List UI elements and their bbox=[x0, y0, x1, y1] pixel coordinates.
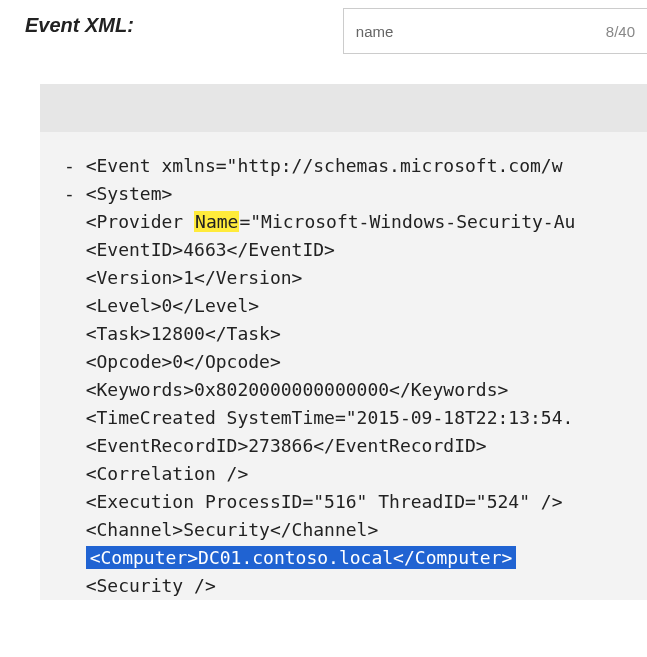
code-line: <Channel>Security</Channel> bbox=[64, 519, 378, 540]
code-line: <Computer>DC01.contoso.local</Computer> bbox=[64, 546, 516, 569]
code-line: <Provider Name="Microsoft-Windows-Securi… bbox=[64, 211, 575, 232]
code-line: <EventRecordID>273866</EventRecordID> bbox=[64, 435, 487, 456]
search-match-counter: 8/40 bbox=[606, 23, 635, 40]
code-line: <Opcode>0</Opcode> bbox=[64, 351, 281, 372]
code-line: - <System> bbox=[64, 183, 172, 204]
search-hit-highlight: Name bbox=[194, 211, 239, 232]
selection-highlight: <Computer>DC01.contoso.local</Computer> bbox=[86, 546, 517, 569]
find-box-container: 8/40 bbox=[343, 8, 647, 54]
code-line: <Execution ProcessID="516" ThreadID="524… bbox=[64, 491, 563, 512]
code-line: - <Event xmlns="http://schemas.microsoft… bbox=[64, 155, 563, 176]
code-line: <Level>0</Level> bbox=[64, 295, 259, 316]
code-line: <EventID>4663</EventID> bbox=[64, 239, 335, 260]
code-line: <Security /> bbox=[64, 575, 216, 596]
code-line: <Correlation /> bbox=[64, 463, 248, 484]
header-bar: Event XML: 8/40 bbox=[0, 0, 647, 54]
code-line: <Task>12800</Task> bbox=[64, 323, 281, 344]
xml-code: - <Event xmlns="http://schemas.microsoft… bbox=[64, 152, 647, 600]
code-line: <Version>1</Version> bbox=[64, 267, 302, 288]
code-line: <Keywords>0x8020000000000000</Keywords> bbox=[64, 379, 508, 400]
code-line: <TimeCreated SystemTime="2015-09-18T22:1… bbox=[64, 407, 573, 428]
search-input[interactable] bbox=[356, 23, 576, 40]
code-block-outer: - <Event xmlns="http://schemas.microsoft… bbox=[40, 84, 647, 600]
code-block-inner: - <Event xmlns="http://schemas.microsoft… bbox=[40, 132, 647, 600]
page-title: Event XML: bbox=[25, 8, 134, 37]
